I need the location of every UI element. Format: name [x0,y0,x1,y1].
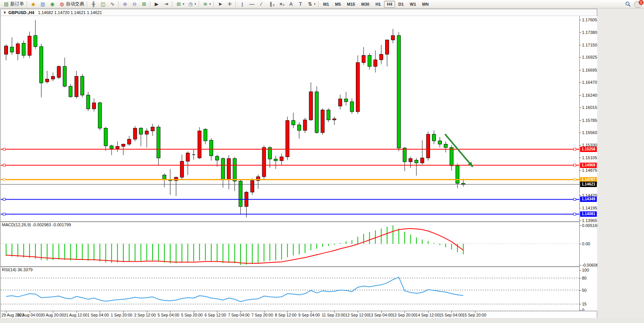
crosshair-icon[interactable]: ✛ [225,0,234,8]
tile-windows-icon[interactable]: ⊞ [139,0,149,8]
time-axis-label: 13 Sep 04:00 [369,313,392,317]
chart-shift-icon[interactable]: ⇥ [161,0,171,8]
chart-titlebar[interactable]: ▼ GBPUSD-,H4 1.14682 1.14720 1.14621 1.1… [1,9,597,16]
time-axis-label: 1 Sep 04:00 [87,313,109,317]
candle [104,128,107,146]
timeframe-button-w1[interactable]: W1 [407,1,419,8]
timeframe-button-m5[interactable]: M5 [332,1,343,8]
line-chart-icon[interactable]: ∿ [108,0,117,8]
candle [163,175,166,180]
price-pane[interactable] [1,16,579,221]
time-axis-label: 30 Aug 20:00 [40,313,64,317]
timeframe-button-m15[interactable]: M15 [344,1,358,8]
price-tick-label: 1.17150 [582,43,597,47]
rsi-pane[interactable]: RSI(14) 36.3379 [1,267,579,311]
timeframe-button-h1[interactable]: H1 [373,1,383,8]
indicators-dropdown: ≋ [202,1,209,7]
trendline-icon[interactable]: ∕ [257,0,266,8]
price-tick-label: 1.14875 [582,168,597,173]
vline-icon[interactable]: | [238,0,247,8]
data-window-icon[interactable]: ▥ [38,0,48,8]
support-line-orange-handle[interactable] [3,179,5,181]
auto-scroll-icon: ▶ [153,1,160,7]
candle [5,46,8,54]
cursor-icon: ➤ [217,1,223,7]
bearish-arrow-annotation[interactable] [445,134,473,167]
timeframe-button-mn[interactable]: MN [419,1,431,8]
new-order-button: ▤ [3,1,10,7]
candle [86,95,90,109]
new-chart-dropdown[interactable]: ⊞▾ [174,0,186,8]
candle [92,103,96,109]
navigator-icon[interactable]: ◉ [48,0,57,8]
auto-scroll-icon[interactable]: ▶ [152,0,161,8]
support-line-blue-1-handle[interactable] [3,198,5,200]
time-axis[interactable]: 29 Aug 202230 Aug 04:0030 Aug 20:0031 Au… [1,311,597,319]
price-tick-label: 1.14195 [582,206,597,210]
support-line-blue-1-handle[interactable] [574,198,576,200]
candle [128,139,131,144]
autotrading-button[interactable]: ◍自动交易 [57,0,86,8]
candle [374,60,377,66]
market-watch-icon[interactable]: ◆ [29,0,38,8]
candle [116,146,119,149]
price-tick-label: 1.16695 [582,68,597,72]
candle [186,153,190,162]
candle [426,134,430,158]
support-line-blue-2-handle[interactable] [574,213,576,215]
time-axis-label: 11 Sep 23:00 [322,313,345,317]
chevron-down-icon[interactable]: ▾ [183,2,184,6]
candle [28,36,31,56]
bar-chart-icon[interactable]: ╫ [89,0,98,8]
search-icon[interactable] [625,1,631,7]
chart-ohlc-values: 1.14682 1.14720 1.14621 1.14621 [38,10,102,15]
toolbar-separator [318,1,319,7]
timeframe-button-m1[interactable]: M1 [320,1,332,8]
candle [356,62,360,112]
chevron-down-icon[interactable]: ▼ [3,11,6,14]
toolbar-separator [236,1,236,7]
support-line-blue-1-price-badge: 1.14349 [580,197,597,202]
arrows-dropdown[interactable]: ⇅▾ [305,0,317,8]
chevron-down-icon[interactable]: ▾ [314,2,316,6]
macd-pane[interactable]: MACD(12,26,9) -0.002983 -0.001799 [1,222,579,266]
time-axis-label: 1 Sep 20:00 [111,313,132,317]
candlestick-chart-icon[interactable]: ◫ [98,0,108,8]
channel-icon[interactable]: ∥E [266,0,276,8]
resistance-line-1-handle[interactable] [574,148,576,150]
price-tick-label: 1.17605 [582,18,597,22]
label-icon[interactable]: T [296,0,305,8]
bid-price-line-price-badge: 1.14621 [580,182,597,187]
support-line-orange-handle[interactable] [574,179,576,181]
text-icon[interactable]: A [286,0,296,8]
period-clock-icon[interactable]: ◷▾ [186,0,198,8]
candle [450,147,453,166]
time-axis-label: 31 Aug 12:00 [64,313,88,317]
zoom-out-icon[interactable]: ⊖ [130,0,139,8]
chevron-down-icon[interactable]: ▾ [194,2,196,6]
market-watch-icon: ◆ [30,1,37,7]
candle [456,166,459,183]
indicators-dropdown[interactable]: ≋▾ [201,0,212,8]
resistance-line-2-handle[interactable] [574,164,576,166]
timeframe-button-m30[interactable]: M30 [359,1,372,8]
fibonacci-icon[interactable]: ≡F [276,0,286,8]
zoom-out-icon: ⊖ [131,1,138,7]
price-axis[interactable]: 1.176051.173801.171501.169251.166951.164… [579,16,597,311]
time-axis-label: 6 Sep 12:00 [204,313,226,317]
cursor-icon[interactable]: ➤ [215,0,225,8]
time-axis-label: 15 Sep 20:00 [462,313,486,317]
candle [16,44,19,54]
support-line-blue-2-handle[interactable] [3,213,5,215]
price-tick-label: 1.16925 [582,55,597,59]
new-order-button[interactable]: ▤新订单 [2,0,26,8]
timeframe-button-d1[interactable]: D1 [396,1,406,8]
chat-icon[interactable]: 1 [634,1,642,8]
resistance-line-1-handle[interactable] [3,148,5,150]
resistance-line-2-handle[interactable] [3,164,5,166]
zoom-in-icon[interactable]: ⊕ [120,0,130,8]
timeframe-button-h4[interactable]: H4 [384,1,395,8]
chevron-down-icon[interactable]: ▾ [209,2,211,6]
hline-icon[interactable]: — [247,0,257,8]
candle [338,99,342,106]
